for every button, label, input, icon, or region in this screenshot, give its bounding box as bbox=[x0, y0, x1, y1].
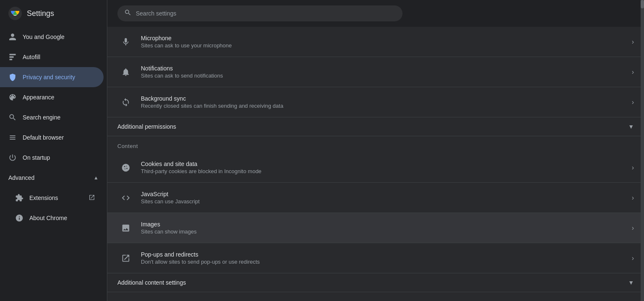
sidebar-item-search-engine[interactable]: Search engine bbox=[0, 107, 104, 127]
sidebar-item-label-about-chrome: About Chrome bbox=[29, 215, 67, 221]
svg-point-5 bbox=[126, 168, 127, 169]
person-icon bbox=[8, 33, 17, 41]
settings-item-microphone[interactable]: Microphone Sites can ask to use your mic… bbox=[107, 27, 644, 57]
autofill-icon bbox=[8, 53, 17, 61]
settings-item-javascript[interactable]: JavaScript Sites can use Javascript › bbox=[107, 183, 644, 213]
sidebar-item-label-on-startup: On startup bbox=[23, 154, 50, 161]
svg-point-4 bbox=[126, 166, 127, 166]
code-icon bbox=[117, 189, 134, 206]
main-content: Microphone Sites can ask to use your mic… bbox=[107, 0, 644, 301]
content-section-label: Content bbox=[107, 136, 644, 153]
additional-permissions-header[interactable]: Additional permissions ▼ bbox=[107, 117, 644, 136]
sidebar-item-label-you-and-google: You and Google bbox=[23, 34, 65, 40]
settings-item-images[interactable]: Images Sites can show images › bbox=[107, 213, 644, 243]
browser-icon bbox=[8, 133, 17, 142]
sidebar-item-privacy-and-security[interactable]: Privacy and security bbox=[0, 67, 104, 87]
sidebar-item-appearance[interactable]: Appearance bbox=[0, 87, 104, 107]
svg-point-3 bbox=[124, 166, 125, 167]
external-link-icon bbox=[88, 194, 95, 202]
images-desc: Sites can show images bbox=[141, 228, 627, 235]
settings-item-popups[interactable]: Pop-ups and redirects Don't allow sites … bbox=[107, 243, 644, 273]
notifications-desc: Sites can ask to send notifications bbox=[141, 73, 627, 79]
advanced-section[interactable]: Advanced ▲ bbox=[0, 168, 107, 188]
popups-desc: Don't allow sites to send pop-ups or use… bbox=[141, 259, 627, 265]
sidebar-item-you-and-google[interactable]: You and Google bbox=[0, 27, 104, 47]
bell-icon bbox=[117, 64, 134, 80]
sync-icon bbox=[117, 94, 134, 111]
background-sync-title: Background sync bbox=[141, 95, 627, 102]
scroll-thumb bbox=[641, 0, 644, 8]
additional-content-settings-header[interactable]: Additional content settings ▼ bbox=[107, 273, 644, 292]
additional-permissions-chevron-icon: ▼ bbox=[628, 123, 634, 130]
microphone-title: Microphone bbox=[141, 35, 627, 42]
javascript-arrow-icon: › bbox=[632, 194, 634, 202]
info-icon bbox=[15, 214, 23, 222]
chrome-logo-icon bbox=[8, 7, 22, 20]
javascript-title: JavaScript bbox=[141, 191, 627, 197]
svg-point-2 bbox=[122, 163, 130, 171]
images-arrow-icon: › bbox=[632, 224, 634, 232]
notifications-content: Notifications Sites can ask to send noti… bbox=[141, 65, 627, 79]
svg-point-6 bbox=[125, 168, 125, 169]
cookies-content: Cookies and site data Third-party cookie… bbox=[141, 161, 627, 174]
cookies-arrow-icon: › bbox=[632, 164, 634, 171]
images-content: Images Sites can show images bbox=[141, 221, 627, 235]
background-sync-content: Background sync Recently closed sites ca… bbox=[141, 95, 627, 109]
sidebar-item-extensions[interactable]: Extensions bbox=[0, 188, 104, 208]
sidebar-item-label-appearance: Appearance bbox=[23, 94, 55, 101]
scrollbar[interactable] bbox=[641, 0, 644, 301]
power-icon bbox=[8, 153, 17, 162]
sidebar: Settings You and Google Autofill Privacy… bbox=[0, 0, 107, 301]
sidebar-item-about-chrome[interactable]: About Chrome bbox=[0, 208, 104, 228]
sidebar-item-autofill[interactable]: Autofill bbox=[0, 47, 104, 67]
cookies-desc: Third-party cookies are blocked in Incog… bbox=[141, 168, 627, 174]
image-icon bbox=[117, 220, 134, 236]
settings-list: Microphone Sites can ask to use your mic… bbox=[107, 27, 644, 292]
sidebar-item-label-search-engine: Search engine bbox=[23, 114, 60, 121]
notifications-title: Notifications bbox=[141, 65, 627, 72]
sidebar-item-label-default-browser: Default browser bbox=[23, 134, 64, 141]
popups-title: Pop-ups and redirects bbox=[141, 251, 627, 258]
settings-item-background-sync[interactable]: Background sync Recently closed sites ca… bbox=[107, 87, 644, 117]
sidebar-item-label-autofill: Autofill bbox=[23, 54, 40, 60]
search-bar-container bbox=[107, 0, 644, 27]
microphone-content: Microphone Sites can ask to use your mic… bbox=[141, 35, 627, 49]
sidebar-item-on-startup[interactable]: On startup bbox=[0, 148, 104, 168]
sidebar-item-label-extensions: Extensions bbox=[29, 195, 58, 201]
background-sync-desc: Recently closed sites can finish sending… bbox=[141, 103, 627, 109]
search-bar bbox=[117, 5, 402, 21]
shield-icon bbox=[8, 73, 17, 81]
app-header: Settings bbox=[0, 0, 107, 27]
cookies-title: Cookies and site data bbox=[141, 161, 627, 167]
additional-permissions-title: Additional permissions bbox=[117, 123, 176, 130]
search-icon bbox=[124, 9, 132, 18]
puzzle-icon bbox=[15, 194, 23, 202]
settings-item-cookies[interactable]: Cookies and site data Third-party cookie… bbox=[107, 153, 644, 183]
notifications-arrow-icon: › bbox=[632, 68, 634, 76]
microphone-desc: Sites can ask to use your microphone bbox=[141, 42, 627, 49]
sidebar-item-default-browser[interactable]: Default browser bbox=[0, 127, 104, 148]
popups-content: Pop-ups and redirects Don't allow sites … bbox=[141, 251, 627, 265]
sidebar-item-label-privacy: Privacy and security bbox=[23, 74, 75, 80]
appearance-icon bbox=[8, 93, 17, 101]
images-title: Images bbox=[141, 221, 627, 228]
popup-icon bbox=[117, 250, 134, 267]
search-input[interactable] bbox=[136, 10, 396, 17]
javascript-content: JavaScript Sites can use Javascript bbox=[141, 191, 627, 205]
background-sync-arrow-icon: › bbox=[632, 99, 634, 106]
settings-item-notifications[interactable]: Notifications Sites can ask to send noti… bbox=[107, 57, 644, 87]
microphone-arrow-icon: › bbox=[632, 38, 634, 46]
app-title: Settings bbox=[27, 9, 54, 18]
additional-content-settings-title: Additional content settings bbox=[117, 279, 186, 286]
chevron-up-icon: ▲ bbox=[93, 175, 99, 181]
javascript-desc: Sites can use Javascript bbox=[141, 198, 627, 205]
cookie-icon bbox=[117, 159, 134, 176]
advanced-label: Advanced bbox=[8, 174, 88, 181]
content-area: Microphone Sites can ask to use your mic… bbox=[107, 27, 644, 301]
popups-arrow-icon: › bbox=[632, 254, 634, 262]
mic-icon bbox=[117, 34, 134, 50]
additional-content-settings-chevron-icon: ▼ bbox=[628, 279, 634, 286]
search-engine-icon bbox=[8, 113, 17, 122]
